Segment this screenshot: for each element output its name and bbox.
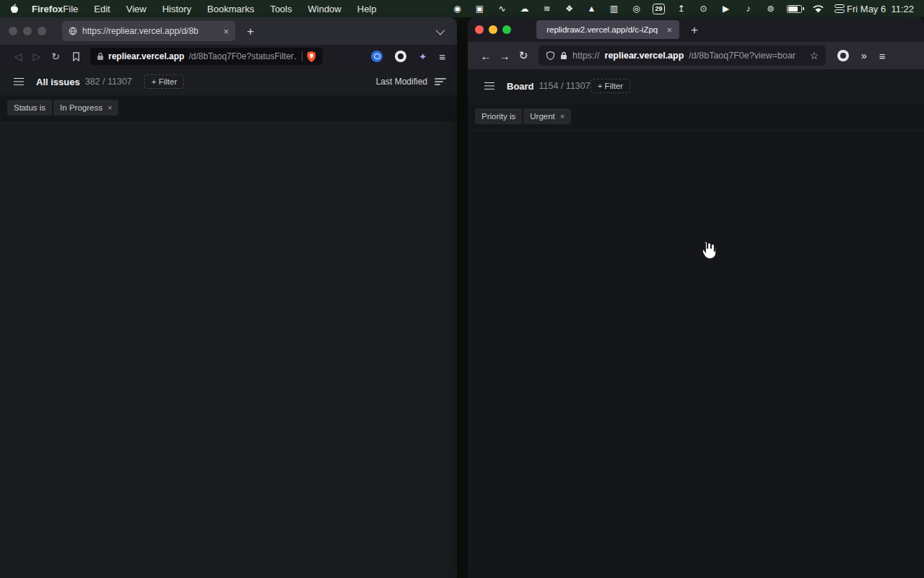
close-tab-icon[interactable] [666, 25, 672, 35]
browser-menu-icon[interactable] [879, 50, 886, 62]
divider [302, 51, 302, 61]
filter-value[interactable]: In Progress [53, 100, 118, 116]
docker-icon[interactable]: ≋ [541, 3, 553, 14]
sort-label[interactable]: Last Modified [376, 77, 427, 87]
active-filters-row: Status is In Progress [0, 95, 457, 121]
url-host: repliear.vercel.app [605, 51, 684, 61]
extensions-icon[interactable] [419, 51, 427, 62]
repliear-board-view: Board 1154 / 11307 + Filter Priority is … [468, 69, 924, 578]
wifi-icon[interactable] [812, 3, 824, 14]
cloud-icon[interactable]: ☁ [518, 3, 531, 14]
calendar-icon[interactable]: 29 [653, 4, 665, 14]
apple-menu-icon[interactable] [10, 4, 19, 14]
sidebar-menu-icon[interactable] [14, 78, 24, 86]
reload-button[interactable] [46, 51, 65, 62]
onepassword-icon[interactable]: ◎ [630, 3, 642, 14]
add-filter-button[interactable]: + Filter [590, 79, 630, 93]
tracking-protection-shield-icon[interactable] [546, 51, 555, 61]
play-icon[interactable]: ▶ [720, 3, 732, 14]
battery-icon[interactable] [787, 5, 802, 13]
list-header: All issues 382 / 11307 + Filter Last Mod… [0, 68, 457, 95]
browser-tab[interactable]: replidraw2.vercel.app/d/c-iZpq [536, 20, 679, 39]
sidebar-menu-icon[interactable] [484, 82, 494, 90]
browser-tab[interactable]: https://repliear.vercel.app/d/8b [62, 21, 235, 41]
desktop: Firefox FileEditViewHistoryBookmarksTool… [0, 0, 924, 578]
address-bar[interactable]: https://repliear.vercel.app/d/8bTaoq7F0e… [539, 46, 826, 66]
menu-edit[interactable]: Edit [94, 4, 110, 14]
assistant-icon[interactable]: ⊚ [764, 3, 777, 14]
sort-icon[interactable] [435, 77, 446, 86]
status-filter-chip: Status is In Progress [7, 100, 118, 116]
share-icon[interactable]: ↥ [675, 3, 687, 14]
tab-title: https://repliear.vercel.app/d/8b [82, 26, 218, 36]
firefox-window: replidraw2.vercel.app/d/c-iZpq https://r… [468, 17, 924, 578]
brave-shield-icon[interactable] [307, 51, 316, 62]
minimize-window-button[interactable] [23, 27, 32, 35]
forward-button[interactable] [27, 51, 46, 62]
zoom-window-button[interactable] [502, 25, 511, 34]
power-icon[interactable]: ⊙ [697, 3, 710, 14]
lock-icon [97, 52, 104, 61]
address-bar[interactable]: repliear.vercel.app /d/8bTaoq7F0e?status… [90, 48, 323, 65]
left-nav-bar: repliear.vercel.app /d/8bTaoq7F0e?status… [0, 45, 457, 68]
forward-button[interactable] [495, 50, 514, 62]
menu-view[interactable]: View [126, 4, 147, 14]
close-tab-icon[interactable] [223, 27, 229, 36]
add-filter-button[interactable]: + Filter [144, 74, 184, 89]
right-nav-bar: https://repliear.vercel.app/d/8bTaoq7F0e… [468, 42, 924, 69]
url-host: repliear.vercel.app [108, 51, 184, 61]
remove-filter-icon[interactable] [560, 113, 565, 121]
menu-bar-status-icons: ◉▣∿☁≋❖▲▥◎29↥⊙▶♪⊚ [451, 3, 845, 14]
menu-bookmarks[interactable]: Bookmarks [207, 4, 254, 14]
window-manager-icon[interactable]: ▥ [608, 3, 620, 14]
remove-filter-icon[interactable] [108, 104, 112, 112]
url-path: /d/8bTaoq7F0e?statusFilter… [188, 51, 297, 61]
new-tab-button[interactable] [691, 24, 698, 36]
issue-list [0, 121, 457, 578]
close-window-button[interactable] [9, 27, 17, 35]
macos-menu-bar: Firefox FileEditViewHistoryBookmarksTool… [0, 0, 924, 17]
url-path: /d/8bTaoq7F0e?view=boar [689, 51, 804, 61]
minimize-window-button[interactable] [489, 25, 497, 34]
vercel-icon[interactable]: ▲ [585, 3, 598, 14]
list-tabs-chevron-icon[interactable] [436, 25, 445, 35]
dropbox-icon[interactable]: ❖ [563, 3, 575, 14]
control-center-icon[interactable] [834, 4, 845, 13]
filter-value[interactable]: Urgent [523, 108, 571, 124]
close-window-button[interactable] [475, 25, 484, 34]
menu-firefox[interactable]: Firefox [32, 4, 63, 14]
bookmark-star-icon[interactable] [809, 50, 819, 61]
display-icon[interactable]: ▣ [474, 3, 486, 14]
volume-icon[interactable]: ♪ [742, 3, 754, 14]
toolbar-extensions [837, 50, 886, 62]
page-title: All issues [36, 77, 80, 87]
repliear-list-view: All issues 382 / 11307 + Filter Last Mod… [0, 68, 457, 578]
zoom-window-button[interactable] [38, 27, 46, 35]
page-title: Board [507, 81, 534, 92]
priority-filter-chip: Priority is Urgent [475, 108, 571, 124]
menu-window[interactable]: Window [308, 4, 341, 14]
bookmark-icon[interactable] [72, 52, 80, 61]
screen-record-icon[interactable]: ◉ [451, 3, 463, 14]
lock-icon [560, 51, 567, 60]
github-extension-icon[interactable] [395, 51, 406, 62]
back-button[interactable] [476, 50, 495, 62]
new-tab-button[interactable] [247, 25, 254, 38]
filter-field: Priority is [475, 108, 522, 124]
sync-icon[interactable]: ∿ [496, 3, 508, 14]
menu-help[interactable]: Help [357, 4, 377, 14]
reload-button[interactable] [514, 49, 533, 62]
menu-history[interactable]: History [162, 4, 191, 14]
left-tab-bar: https://repliear.vercel.app/d/8b [0, 17, 457, 45]
menu-bar-clock[interactable]: Fri May 6 11:22 [847, 4, 914, 14]
menu-file[interactable]: File [63, 4, 78, 14]
onepassword-extension-icon[interactable] [837, 50, 849, 61]
menu-tools[interactable]: Tools [270, 4, 292, 14]
back-button[interactable] [9, 51, 27, 62]
onepassword-extension-icon[interactable] [371, 51, 383, 62]
overflow-menu-icon[interactable] [861, 50, 867, 61]
filter-field: Status is [7, 100, 52, 116]
toolbar-extensions [371, 51, 445, 63]
board-header: Board 1154 / 11307 + Filter [468, 69, 924, 103]
browser-menu-icon[interactable] [439, 51, 445, 63]
